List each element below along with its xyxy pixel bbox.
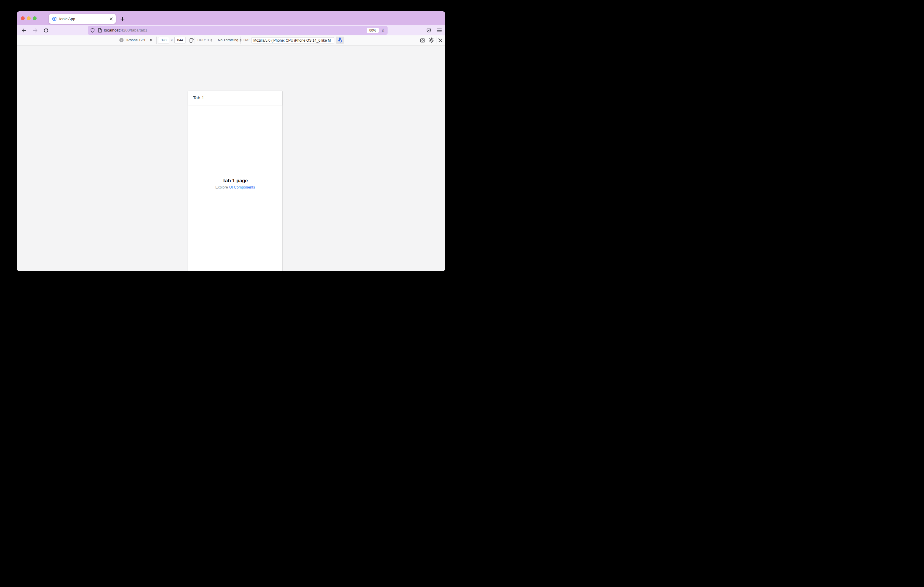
throttling-label: No Throttling [218, 38, 238, 42]
throttling-selector[interactable]: No Throttling [218, 35, 241, 45]
zoom-window-button[interactable] [33, 16, 36, 20]
tab-close-icon[interactable] [109, 17, 113, 21]
tab-title: Ionic App [59, 16, 109, 21]
app-menu-button[interactable] [435, 26, 444, 35]
camera-icon [420, 38, 426, 43]
browser-tab[interactable]: Ionic App [49, 14, 116, 24]
separator [215, 36, 215, 44]
times-label: × [171, 38, 173, 42]
user-agent-group: UA: Mozilla/5.0 (iPhone; CPU iPhone OS 1… [244, 35, 334, 45]
forward-button[interactable] [31, 26, 40, 35]
separator [241, 36, 241, 44]
rdm-settings-button[interactable] [429, 35, 434, 45]
hamburger-menu-icon [437, 28, 442, 33]
explore-text: Explore [215, 185, 228, 189]
zoom-level-badge[interactable]: 80% [367, 28, 379, 33]
forward-arrow-icon [33, 28, 38, 33]
screenshot-button[interactable] [420, 35, 426, 45]
device-name: iPhone 12/1... [127, 38, 148, 42]
device-viewport: Tab 1 Tab 1 page ExploreUI Components Ta… [188, 91, 282, 271]
page-info-icon[interactable] [97, 28, 102, 33]
separator [194, 36, 195, 44]
ionic-favicon [52, 16, 57, 21]
screen: Ionic App [0, 0, 462, 294]
plus-icon [120, 17, 125, 21]
new-tab-button[interactable] [119, 15, 126, 23]
bookmark-star-icon[interactable]: ☆ [381, 28, 385, 33]
touch-hand-icon [338, 38, 342, 43]
gear-icon [429, 38, 434, 43]
back-button[interactable] [19, 26, 28, 35]
pocket-icon [426, 28, 431, 33]
browser-titlebar: Ionic App [16, 11, 446, 25]
rotate-viewport-icon[interactable] [189, 38, 194, 43]
minimize-window-button[interactable] [27, 16, 31, 20]
ua-input[interactable]: Mozilla/5.0 (iPhone; CPU iPhone OS 14_6 … [252, 37, 334, 43]
dpr-stepper[interactable] [210, 39, 212, 42]
url-text: localhost:4200/tabs/tab1 [104, 28, 367, 33]
page-content: Tab 1 page ExploreUI Components [188, 178, 282, 189]
pocket-button[interactable] [424, 26, 433, 35]
back-arrow-icon [21, 28, 26, 33]
url-host: localhost [104, 28, 120, 33]
dpr-selector[interactable]: DPR: 3 [197, 35, 212, 45]
viewport-height-input[interactable]: 844 [175, 37, 185, 43]
viewport-size-group: 390 × 844 [158, 35, 194, 45]
reload-button[interactable] [41, 26, 50, 35]
close-window-button[interactable] [21, 16, 25, 20]
shield-icon[interactable] [90, 28, 95, 33]
address-bar[interactable]: localhost:4200/tabs/tab1 80% ☆ [88, 26, 388, 35]
separator [156, 36, 157, 44]
reload-icon [43, 28, 48, 33]
url-path: :4200/tabs/tab1 [120, 28, 147, 33]
app-header-title: Tab 1 [193, 95, 204, 100]
dpr-label: DPR: 3 [197, 38, 209, 42]
page-title: Tab 1 page [188, 178, 282, 184]
viewport-width-input[interactable]: 390 [158, 37, 169, 43]
ua-label: UA: [244, 38, 249, 42]
browser-navbar: localhost:4200/tabs/tab1 80% ☆ [16, 25, 446, 35]
page-subtitle: ExploreUI Components [188, 185, 282, 189]
touch-simulation-toggle[interactable] [336, 36, 344, 44]
browser-window: Ionic App [16, 11, 446, 271]
app-header: Tab 1 [188, 91, 282, 105]
device-profile-icon [119, 38, 124, 43]
close-icon [438, 38, 443, 43]
content-deck: Tab 1 Tab 1 page ExploreUI Components Ta… [16, 46, 446, 271]
rdm-close-button[interactable] [438, 35, 443, 45]
device-stepper[interactable] [150, 39, 152, 42]
device-selector[interactable]: iPhone 12/1... [119, 35, 152, 45]
separator [333, 36, 333, 44]
ui-components-link[interactable]: UI Components [229, 185, 255, 189]
responsive-design-toolbar: iPhone 12/1... 390 × 844 DPR: 3 [16, 35, 446, 46]
